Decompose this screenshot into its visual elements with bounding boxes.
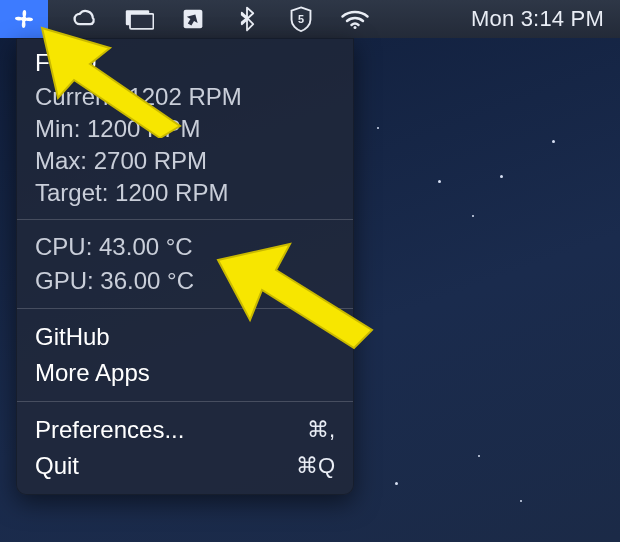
fan-target-value: 1200 RPM [115, 179, 228, 206]
creative-cloud-icon[interactable] [68, 0, 102, 38]
fan-status-section: Fan 0 Current: 1202 RPM Min: 1200 RPM Ma… [17, 39, 353, 219]
send-icon[interactable] [176, 0, 210, 38]
preferences-label: Preferences... [35, 412, 184, 448]
fan-max-value: 2700 RPM [94, 147, 207, 174]
fan-control-dropdown: Fan 0 Current: 1202 RPM Min: 1200 RPM Ma… [16, 38, 354, 495]
fan-max-row: Max: 2700 RPM [35, 145, 335, 177]
fan-target-label: Target: [35, 179, 108, 206]
links-section: GitHub More Apps [17, 309, 353, 401]
fan-min-label: Min: [35, 115, 80, 142]
cpu-temp-value: 43.00 °C [99, 233, 193, 260]
quit-item[interactable]: Quit ⌘Q [35, 448, 335, 484]
gpu-temp-value: 36.00 °C [100, 267, 194, 294]
svg-text:5: 5 [298, 13, 304, 25]
screen-share-icon[interactable] [122, 0, 156, 38]
fan-title: Fan 0 [35, 49, 335, 77]
star [472, 215, 474, 217]
gpu-temp-row: GPU: 36.00 °C [35, 264, 335, 298]
shield-5-icon[interactable]: 5 [284, 0, 318, 38]
temperature-section: CPU: 43.00 °C GPU: 36.00 °C [17, 220, 353, 308]
more-apps-link[interactable]: More Apps [35, 355, 335, 391]
fan-min-row: Min: 1200 RPM [35, 113, 335, 145]
fan-icon [11, 6, 37, 32]
star [500, 175, 503, 178]
star [520, 500, 522, 502]
star [438, 180, 441, 183]
more-apps-label: More Apps [35, 355, 150, 391]
svg-point-5 [354, 26, 357, 29]
fan-min-value: 1200 RPM [87, 115, 200, 142]
fan-max-label: Max: [35, 147, 87, 174]
quit-shortcut: ⌘Q [296, 448, 335, 484]
quit-label: Quit [35, 448, 79, 484]
star [552, 140, 555, 143]
star [377, 127, 379, 129]
svg-rect-2 [130, 14, 153, 29]
fan-current-label: Current: [35, 83, 122, 110]
star [478, 455, 480, 457]
bluetooth-icon[interactable] [230, 0, 264, 38]
gpu-temp-label: GPU: [35, 267, 94, 294]
preferences-shortcut: ⌘, [307, 412, 335, 448]
cpu-temp-label: CPU: [35, 233, 92, 260]
wifi-icon[interactable] [338, 0, 372, 38]
fan-control-icon[interactable] [0, 0, 48, 38]
star [395, 482, 398, 485]
commands-section: Preferences... ⌘, Quit ⌘Q [17, 402, 353, 494]
fan-current-row: Current: 1202 RPM [35, 81, 335, 113]
github-label: GitHub [35, 319, 110, 355]
fan-target-row: Target: 1200 RPM [35, 177, 335, 209]
preferences-item[interactable]: Preferences... ⌘, [35, 412, 335, 448]
menu-bar: 5 Mon 3:14 PM [0, 0, 620, 38]
cpu-temp-row: CPU: 43.00 °C [35, 230, 335, 264]
menu-bar-clock[interactable]: Mon 3:14 PM [471, 6, 610, 32]
github-link[interactable]: GitHub [35, 319, 335, 355]
fan-current-value: 1202 RPM [128, 83, 241, 110]
